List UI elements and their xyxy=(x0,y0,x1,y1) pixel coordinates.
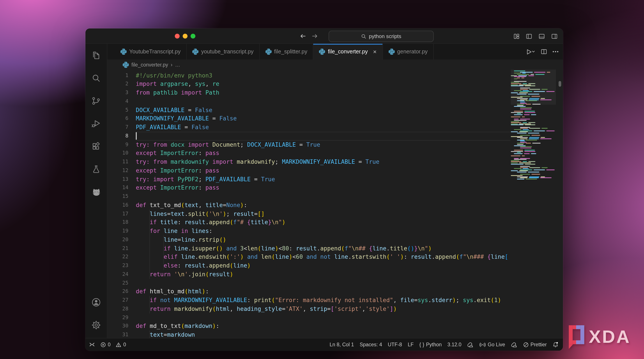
line-number: 15 xyxy=(107,192,128,201)
tab-strip: YoutubeTranscript.pyyoutube_transcript.p… xyxy=(107,44,563,59)
code-line[interactable]: try: from markdownify import markdownify… xyxy=(136,158,510,166)
zoom-window-button[interactable] xyxy=(190,34,196,38)
minimap-line xyxy=(511,164,556,164)
code-line[interactable]: return '\n'.join(result) xyxy=(136,270,510,279)
code-line[interactable]: except ImportError: pass xyxy=(136,166,510,175)
tab-YoutubeTranscript.py[interactable]: YoutubeTranscript.py xyxy=(115,44,187,59)
code-line[interactable]: for line in lines: xyxy=(136,227,510,236)
broadcast-icon xyxy=(480,341,486,348)
line-number: 21 xyxy=(107,244,128,253)
code-line[interactable]: return markdownify(html, heading_style='… xyxy=(136,305,510,314)
minimize-window-button[interactable] xyxy=(183,34,188,38)
search-icon[interactable] xyxy=(86,66,107,89)
status-item-python[interactable]: { }Python xyxy=(419,342,442,348)
source-control-icon[interactable] xyxy=(86,89,107,112)
code-line[interactable]: PDF_AVAILABLE = False xyxy=(136,123,510,132)
tab-label: YoutubeTranscript.py xyxy=(129,49,180,55)
code-line[interactable]: lines=text.split('\n'); result=[] xyxy=(136,210,510,218)
status-item-go-live[interactable]: Go Live xyxy=(480,341,505,348)
code-line[interactable]: #!/usr/bin/env python3 xyxy=(136,71,510,80)
code-line[interactable]: else: result.append(line) xyxy=(136,261,510,270)
status-item-spaces-4[interactable]: Spaces: 4 xyxy=(360,342,382,347)
code-line[interactable]: from pathlib import Path xyxy=(136,88,510,97)
code-line[interactable]: def md_to_txt(markdown): xyxy=(136,322,510,331)
split-editor-icon[interactable] xyxy=(540,49,547,55)
panel-bottom-icon[interactable] xyxy=(538,33,545,39)
run-debug-icon[interactable] xyxy=(86,112,107,135)
code-content[interactable]: #!/usr/bin/env python3import argparse, s… xyxy=(136,71,510,338)
status-label: 3.12.0 xyxy=(448,342,462,347)
extensions-icon[interactable] xyxy=(86,135,107,158)
tab-youtube_transcript.py[interactable]: youtube_transcript.py xyxy=(187,44,260,59)
code-line[interactable]: MARKDOWNIFY_AVAILABLE = False xyxy=(136,114,510,123)
code-line[interactable]: import argparse, sys, re xyxy=(136,80,510,89)
code-line[interactable]: text=markdown xyxy=(136,331,510,338)
code-line[interactable]: elif line.endswith(':') and len(line)<60… xyxy=(136,253,510,262)
forward-arrow-icon[interactable] xyxy=(312,33,318,39)
code-line[interactable]: if not MARKDOWNIFY_AVAILABLE: print("Err… xyxy=(136,296,510,305)
code-line[interactable]: DOCX_AVAILABLE = False xyxy=(136,106,510,114)
status-item-squirrel-icon[interactable] xyxy=(467,341,474,348)
code-text: elif line.endswith(':') and len(line)<60… xyxy=(136,254,508,260)
settings-gear-icon[interactable] xyxy=(86,314,107,336)
tab-generator.py[interactable]: generator.py xyxy=(383,44,434,59)
code-line[interactable]: try: import PyPDF2; PDF_AVAILABLE = True xyxy=(136,175,510,184)
code-line[interactable] xyxy=(136,132,510,141)
line-number: 29 xyxy=(107,313,128,322)
code-line[interactable]: line=line.rstrip() xyxy=(136,236,510,244)
status-item-prettier[interactable]: Prettier xyxy=(523,342,547,348)
code-line[interactable] xyxy=(136,97,510,106)
files-icon[interactable] xyxy=(86,44,107,66)
minimap-line xyxy=(511,77,556,78)
line-number: 28 xyxy=(107,305,128,314)
cat-icon[interactable] xyxy=(86,180,107,203)
code-line[interactable] xyxy=(136,192,510,201)
status-item-remote-icon[interactable] xyxy=(89,342,95,348)
code-line[interactable] xyxy=(136,279,510,287)
tab-file_converter.py[interactable]: file_converter.py× xyxy=(314,44,383,59)
status-item-3-12-0[interactable]: 3.12.0 xyxy=(448,342,462,347)
status-label: Go Live xyxy=(488,342,505,347)
code-line[interactable]: if line.isupper() and 3<len(line)<80: re… xyxy=(136,244,510,253)
sidebar-right-icon[interactable] xyxy=(551,33,558,39)
code-line[interactable]: def txt_to_md(text, title=None): xyxy=(136,201,510,210)
breadcrumb[interactable]: file_converter.py › … xyxy=(107,59,563,70)
status-item-utf-8[interactable]: UTF-8 xyxy=(388,342,402,347)
status-item-lf[interactable]: LF xyxy=(408,342,414,347)
status-item-ln-8-col-1[interactable]: Ln 8, Col 1 xyxy=(330,342,354,347)
status-item-squirrel-icon[interactable] xyxy=(511,341,518,348)
close-window-button[interactable] xyxy=(175,34,180,38)
sidebar-left-icon[interactable] xyxy=(526,33,532,39)
layout-icon[interactable] xyxy=(514,33,520,39)
editor-scrollbar[interactable] xyxy=(558,81,561,87)
minimap[interactable] xyxy=(511,70,556,180)
testing-icon[interactable] xyxy=(86,158,107,180)
tab-file_splitter.py[interactable]: file_splitter.py xyxy=(260,44,313,59)
code-line[interactable]: except ImportError: pass xyxy=(136,149,510,158)
minimap-line xyxy=(511,161,556,162)
minimap-line xyxy=(511,82,556,83)
run-icon[interactable] xyxy=(526,49,535,54)
code-line[interactable] xyxy=(136,313,510,322)
more-icon[interactable] xyxy=(552,51,558,52)
command-center-search[interactable]: python scripts xyxy=(328,31,434,42)
code-editor[interactable]: 1234567891011121314151617181920212223242… xyxy=(107,70,563,338)
code-line[interactable]: try: from docx import Document; DOCX_AVA… xyxy=(136,140,510,149)
python-file-icon xyxy=(388,49,394,55)
code-line[interactable]: def html_to_md(html): xyxy=(136,287,510,296)
code-line[interactable]: if title: result.append(f"# {title}\n") xyxy=(136,218,510,227)
breadcrumb-more[interactable]: … xyxy=(175,62,180,67)
python-file-icon xyxy=(192,49,198,55)
minimap-line xyxy=(511,145,556,146)
status-item-bell-icon[interactable] xyxy=(552,342,558,348)
back-arrow-icon[interactable] xyxy=(300,33,306,39)
status-item-0[interactable]: 0 xyxy=(100,342,110,348)
line-number: 2 xyxy=(107,80,128,89)
status-item-0[interactable]: 0 xyxy=(116,342,126,348)
python-file-icon xyxy=(123,61,129,68)
account-icon[interactable] xyxy=(86,291,107,314)
breadcrumb-file[interactable]: file_converter.py xyxy=(132,62,168,67)
code-line[interactable]: except ImportError: pass xyxy=(136,184,510,192)
minimap-line xyxy=(511,95,556,95)
close-tab-icon[interactable]: × xyxy=(373,49,376,55)
